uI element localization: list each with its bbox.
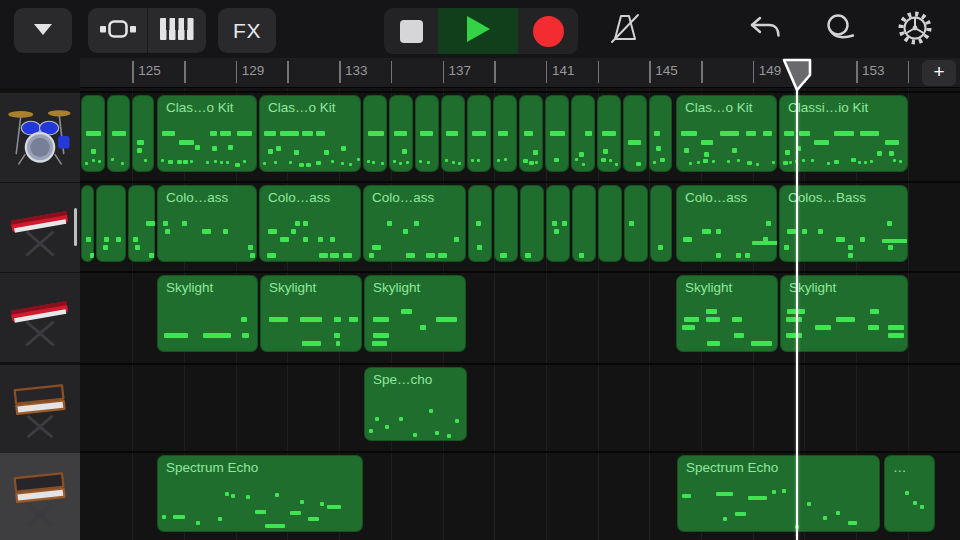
region[interactable] — [571, 95, 595, 172]
play-button[interactable] — [438, 8, 518, 54]
add-track-button[interactable]: + — [922, 60, 956, 86]
region-clas-o-kit[interactable]: Clas…o Kit — [157, 95, 257, 172]
fx-button[interactable]: FX — [218, 8, 276, 53]
red-keyboard-icon — [6, 281, 74, 355]
region[interactable] — [81, 95, 105, 172]
region[interactable] — [81, 185, 94, 262]
region-colo-ass[interactable]: Colo…ass — [676, 185, 777, 262]
region[interactable] — [598, 185, 622, 262]
midi-note — [303, 221, 308, 226]
playhead-handle[interactable] — [782, 58, 812, 98]
undo-button[interactable] — [742, 14, 788, 46]
midi-note — [420, 325, 426, 330]
metronome-button[interactable] — [602, 11, 648, 49]
region-label: Spectrum Echo — [166, 460, 258, 475]
midi-note — [848, 245, 853, 250]
midi-note — [455, 419, 459, 423]
region--[interactable]: … — [884, 455, 935, 532]
track-header-synth-1[interactable] — [0, 365, 80, 454]
track-header-drums[interactable] — [0, 93, 80, 182]
midi-note — [789, 161, 792, 164]
region[interactable] — [545, 95, 569, 172]
region-skylight[interactable]: Skylight — [676, 275, 778, 352]
midi-note — [265, 524, 285, 528]
region[interactable] — [132, 95, 154, 172]
region[interactable] — [572, 185, 596, 262]
tracks-view-button[interactable] — [88, 8, 147, 53]
midi-note — [299, 163, 304, 167]
region[interactable] — [519, 95, 543, 172]
midi-note — [320, 502, 324, 506]
ruler-tick — [339, 61, 341, 83]
instrument-view-button[interactable] — [147, 8, 206, 53]
region-clas-o-kit[interactable]: Clas…o Kit — [259, 95, 361, 172]
region-spe-cho[interactable]: Spe…cho — [364, 367, 467, 441]
midi-note — [601, 158, 606, 162]
midi-note — [269, 317, 288, 322]
region-spectrum-echo[interactable]: Spectrum Echo — [157, 455, 363, 532]
scroll-indicator[interactable] — [74, 208, 77, 246]
track-header-keys-2[interactable] — [0, 273, 80, 362]
region-skylight[interactable]: Skylight — [780, 275, 908, 352]
track-header-keys-1[interactable] — [0, 183, 80, 272]
region-clas-o-kit[interactable]: Clas…o Kit — [676, 95, 777, 172]
bar-ruler[interactable]: 125129133137141145149153 + — [0, 58, 960, 88]
settings-button[interactable] — [892, 10, 938, 50]
midi-note — [615, 163, 618, 166]
playhead-line — [796, 60, 798, 540]
song-sections-button[interactable] — [14, 8, 72, 53]
midi-note — [500, 253, 505, 258]
midi-note — [477, 245, 482, 250]
region[interactable] — [107, 95, 130, 172]
region[interactable] — [415, 95, 439, 172]
region[interactable] — [649, 95, 672, 172]
loop-browser-button[interactable] — [816, 12, 862, 48]
midi-note — [264, 131, 276, 136]
region[interactable] — [520, 185, 544, 262]
ruler-bar-number: 133 — [345, 63, 368, 78]
stop-button[interactable] — [384, 8, 438, 54]
midi-note — [369, 429, 373, 433]
region-colo-ass[interactable]: Colo…ass — [157, 185, 257, 262]
play-icon — [465, 15, 491, 47]
midi-note — [682, 325, 695, 330]
drum-kit-icon — [6, 101, 74, 175]
region-colo-ass[interactable]: Colo…ass — [363, 185, 466, 262]
region[interactable] — [546, 185, 570, 262]
midi-note — [275, 493, 279, 497]
region[interactable] — [494, 185, 518, 262]
region-skylight[interactable]: Skylight — [364, 275, 466, 352]
track-header-synth-2[interactable] — [0, 453, 80, 540]
midi-note — [609, 159, 612, 162]
region[interactable] — [624, 185, 648, 262]
region[interactable] — [468, 185, 492, 262]
midi-note — [920, 505, 924, 509]
region-skylight[interactable]: Skylight — [260, 275, 362, 352]
region-skylight[interactable]: Skylight — [157, 275, 258, 352]
region[interactable] — [467, 95, 491, 172]
midi-note — [248, 245, 253, 250]
midi-note — [146, 221, 155, 226]
midi-note — [848, 521, 857, 525]
midi-note — [426, 253, 435, 258]
midi-note — [375, 417, 379, 421]
region[interactable] — [493, 95, 517, 172]
region[interactable] — [441, 95, 465, 172]
midi-note — [420, 131, 433, 136]
region[interactable] — [128, 185, 155, 262]
region[interactable] — [597, 95, 621, 172]
region-classi-io-kit[interactable]: Classi…io Kit — [779, 95, 908, 172]
midi-note — [782, 489, 786, 493]
region[interactable] — [623, 95, 647, 172]
record-button[interactable] — [518, 8, 578, 54]
region[interactable] — [389, 95, 413, 172]
midi-note — [751, 341, 772, 346]
region-spectrum-echo[interactable]: Spectrum Echo — [677, 455, 880, 532]
region[interactable] — [650, 185, 672, 262]
region[interactable] — [96, 185, 126, 262]
region-colo-ass[interactable]: Colo…ass — [259, 185, 361, 262]
midi-note — [241, 317, 247, 322]
midi-note — [214, 160, 217, 163]
region-colos-bass[interactable]: Colos…Bass — [779, 185, 908, 262]
region[interactable] — [363, 95, 387, 172]
